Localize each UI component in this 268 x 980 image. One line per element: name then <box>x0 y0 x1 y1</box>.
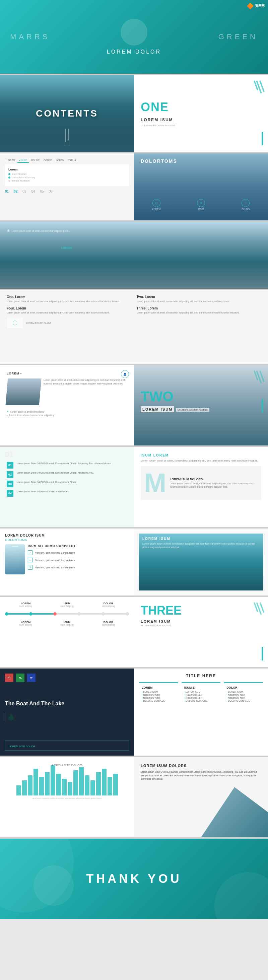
bar-14 <box>91 780 95 795</box>
right-brand-text: GREEN <box>219 32 258 41</box>
num-01[interactable]: 01 <box>5 189 9 193</box>
lorem-dolor-left: LOREM DOLOR ISUM DOLORTOMS ISUM SIT DEMO… <box>0 528 134 595</box>
phone-shine <box>5 544 25 574</box>
tl-b-dolor: DOLOR <box>102 620 115 624</box>
diagonal-lines-3 <box>255 602 263 615</box>
dot-1 <box>5 612 8 616</box>
bar-13 <box>85 775 89 795</box>
check-label-3: Veniam, quis nostrud Lorem isum <box>35 566 75 569</box>
item-03: 03 Lorem ipsum Dolor 34 Et Elit Lamet, C… <box>7 480 127 487</box>
slide-one-two: One. Lorem Lorem ipsum dolor sit amet, c… <box>0 290 268 364</box>
logo-icon <box>247 3 254 10</box>
tabs-left: LOREM • SILUF DOLOR CONPE LOREM TARUA Lo… <box>0 153 134 220</box>
tl-b3: DOLOR isum adiping <box>102 620 115 626</box>
lorem-center: LOREM <box>61 246 72 250</box>
bar-2 <box>22 780 27 795</box>
list-item-1: lorem sit amet <box>8 173 126 175</box>
two-body: Lorem ipsum dolor sit amet, consectetur … <box>137 300 262 303</box>
logo: 演界网 <box>247 3 265 10</box>
badge-02: 02 <box>7 471 13 478</box>
lorem-dolors-right: LOREM ISUM DOLORS Lorem ipsum Dolor 34 K… <box>134 757 268 837</box>
timeline-bottom-labels: LOREM isum adiping ISUM isum adiping DOL… <box>5 620 129 626</box>
four-title: Four. Lorem <box>7 307 132 310</box>
logo-text: 演界网 <box>255 4 265 8</box>
num-04: 04 <box>31 189 35 193</box>
bar-11 <box>73 770 78 795</box>
seg-2 <box>32 613 53 615</box>
lorem-text: LOREM <box>61 246 72 250</box>
contents-left: CONTENTS <box>0 75 134 152</box>
tab-conpe[interactable]: CONPE <box>42 158 54 163</box>
m-card: M LOREM ISUM DOLORS Lorem ipsum dolor si… <box>141 466 261 500</box>
one-title: One. Lorem <box>7 295 132 299</box>
tl-2: ISUM isum adiping <box>60 602 73 607</box>
lorem-box-title: Lorem <box>8 168 126 171</box>
bar-15 <box>96 772 101 795</box>
check-label-2: Veniam, quis nostrud Lorem isum <box>35 558 75 562</box>
lorem-isum-dolors-title: LOREM ISUM DOLORS <box>170 477 258 481</box>
bg-circle-3 <box>34 865 74 906</box>
list-item-3: tempor incididunt <box>8 180 126 182</box>
tl-label-dolor: DOLOR <box>102 602 115 605</box>
bar-1 <box>16 785 21 795</box>
lorem-box: Lorem lorem sit amet consectetur adipisc… <box>5 164 129 186</box>
tab-siluf[interactable]: • SILUF <box>18 158 29 163</box>
phone-mockup-area: ISUM SIT DEMO CONPEYGT ✓ Veniam, quis no… <box>5 544 129 578</box>
right-col: Two. Lorem Lorem ipsum dolor sit amet, c… <box>137 295 262 332</box>
timeline-left: LOREM isum adiping ISUM isum adiping DOL… <box>0 597 134 667</box>
tl-b-lorem: LOREM <box>19 620 32 624</box>
photo-skew <box>6 379 41 405</box>
content-rows: One. Lorem Lorem ipsum dolor sit amet, c… <box>7 295 261 332</box>
card-preview: ⬡ LOREM DOLOR SLUM <box>7 317 132 329</box>
tab-tarua[interactable]: TARUA <box>67 158 78 163</box>
col-item-1-2: Nasumuny Najit <box>142 694 175 696</box>
item-02: 02 Lorem ipsum Dolor 34 Et Elit Lamet, C… <box>7 471 127 478</box>
icon-lorem: ◱ LOREM <box>152 199 161 210</box>
bar-3 <box>28 775 32 795</box>
tab-lorem2[interactable]: LOREM <box>54 158 66 163</box>
badge-01: 01 <box>7 462 13 469</box>
tl-b-sub-3: isum adiping <box>102 624 115 626</box>
title-here-header: TITLE HERE <box>139 673 263 678</box>
isum-label: ISUM <box>197 208 205 210</box>
list-item-2: consectetur adipiscing <box>8 176 126 178</box>
three-title: Three. Lorem <box>137 307 262 310</box>
bar-16 <box>102 768 107 795</box>
m-right: ISUM LOREM Lorem ipsum dolor sit amet, c… <box>134 447 268 527</box>
word-icon: W <box>27 673 35 682</box>
slide-title-here: PT XL W The Boat And The Lake 🌲 LOREM SI… <box>0 668 268 756</box>
lorem-site-dolor-box: LOREM SITE DOLOR <box>5 741 129 751</box>
three-body: Lorem ipsum dolor sit amet, consectetur … <box>137 311 262 315</box>
item-text-03: Lorem ipsum Dolor 34 Et Elit Lamet, Cons… <box>17 480 77 484</box>
seg-1 <box>8 613 29 615</box>
slide-numbered: 01 01 Lorem ipsum Dolor 34 Et Elit Lamet… <box>0 447 268 527</box>
lorem-body-text: Lorem ipsum dolor sit amet consectetur a… <box>43 379 127 405</box>
item-text-04: Lorem ipsum Dolor 34 Et Elit Lamet Conse… <box>17 490 69 493</box>
m-body-text: Lorem ipsum dolor sit amet, consectetur … <box>170 482 258 488</box>
dark-left: PT XL W The Boat And The Lake 🌲 LOREM SI… <box>0 668 134 756</box>
slide-contents: CONTENTS ONE LOREM ISUM Ut Labore Et Dol… <box>0 75 268 152</box>
two-title: Two. Lorem <box>137 295 262 299</box>
tab-lorem[interactable]: LOREM <box>5 158 17 163</box>
col-lorem: LOREM LOREM ISUM Nasumuny Najit Nasumuny… <box>139 682 178 705</box>
bar-chart <box>16 768 118 795</box>
bar-17 <box>107 777 112 795</box>
bar-4 <box>34 768 38 795</box>
num-02[interactable]: 02 <box>14 189 18 193</box>
col-title-dolor: DOLOR <box>227 686 260 689</box>
timeline-top-labels: LOREM isum adiping ISUM isum adiping DOL… <box>5 602 129 607</box>
badge-04: 04 <box>7 490 13 497</box>
one-body: Lorem ipsum dolor sit amet, consectetur … <box>7 300 132 303</box>
lorem-header: LOREM • <box>7 372 127 375</box>
tree-line <box>5 712 5 722</box>
m-card-text: LOREM ISUM DOLORS Lorem ipsum dolor sit … <box>170 477 258 488</box>
tab-dolor[interactable]: DOLOR <box>29 158 41 163</box>
lorem-dolors-body: Lorem ipsum Dolor 34 Ki Elit Lamet, Cons… <box>141 770 261 781</box>
bar-6 <box>45 772 49 795</box>
col-item-1-1: LOREM ISUM <box>142 690 175 693</box>
lorem-site-dolor-label: LOREM SITE DOLOR <box>7 764 127 767</box>
bar-10 <box>68 782 72 795</box>
title-here-right: TITLE HERE LOREM LOREM ISUM Nasumuny Naj… <box>134 668 268 756</box>
snow-overlay <box>0 262 268 289</box>
boat-lake-content: The Boat And The Lake 🌲 <box>5 700 129 722</box>
